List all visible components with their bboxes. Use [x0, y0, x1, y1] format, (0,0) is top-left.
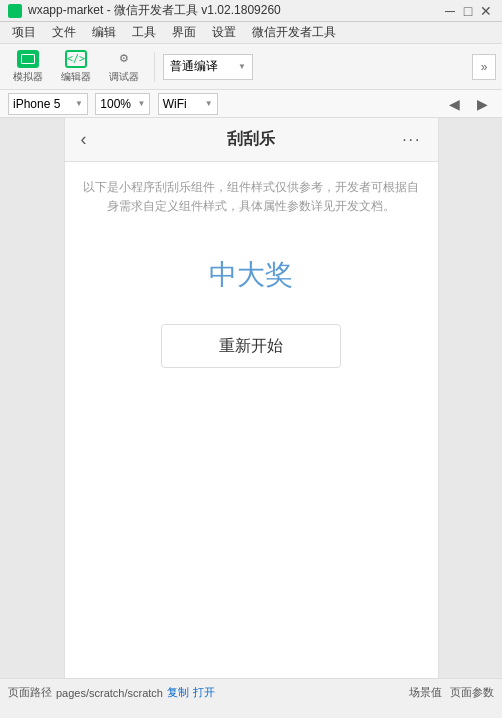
more-button[interactable]: » — [472, 54, 496, 80]
phone-area: ‹ 刮刮乐 ··· 以下是小程序刮刮乐组件，组件样式仅供参考，开发者可根据自身需… — [64, 118, 439, 678]
menu-item-settings[interactable]: 设置 — [204, 22, 244, 44]
compiler-chevron-icon: ▼ — [238, 62, 246, 71]
network-label: WiFi — [163, 97, 187, 111]
path-value: pages/scratch/scratch — [56, 687, 163, 699]
more-icon: » — [481, 60, 488, 74]
status-bar: 页面路径 pages/scratch/scratch 复制 打开 场景值 页面参… — [0, 678, 502, 706]
main-content: ‹ 刮刮乐 ··· 以下是小程序刮刮乐组件，组件样式仅供参考，开发者可根据自身需… — [0, 118, 502, 678]
status-right: 场景值 页面参数 — [409, 685, 494, 700]
device-chevron-icon: ▼ — [75, 99, 83, 108]
status-left: 页面路径 pages/scratch/scratch 复制 打开 — [8, 685, 215, 700]
menu-item-project[interactable]: 项目 — [4, 22, 44, 44]
zoom-label: 100% — [100, 97, 131, 111]
simulator-label: 模拟器 — [13, 70, 43, 84]
wx-icon — [8, 4, 22, 18]
maximize-button[interactable]: □ — [460, 3, 476, 19]
menu-item-wechat-devtools[interactable]: 微信开发者工具 — [244, 22, 344, 44]
close-button[interactable]: ✕ — [478, 3, 494, 19]
menu-item-edit[interactable]: 编辑 — [84, 22, 124, 44]
minimize-button[interactable]: ─ — [442, 3, 458, 19]
prev-page-button[interactable]: ◀ — [442, 93, 466, 115]
restart-button[interactable]: 重新开始 — [161, 324, 341, 368]
debugger-icon: ⚙ — [113, 50, 135, 68]
network-chevron-icon: ▼ — [205, 99, 213, 108]
device-label: iPhone 5 — [13, 97, 60, 111]
back-button[interactable]: ‹ — [81, 129, 87, 150]
editor-button[interactable]: </> 编辑器 — [54, 47, 98, 87]
prize-text: 中大奖 — [209, 256, 293, 294]
next-icon: ▶ — [477, 96, 488, 112]
device-bar-icons: ◀ ▶ — [442, 93, 494, 115]
title-bar-left: wxapp-market - 微信开发者工具 v1.02.1809260 — [8, 2, 281, 19]
network-select[interactable]: WiFi ▼ — [158, 93, 218, 115]
device-select[interactable]: iPhone 5 ▼ — [8, 93, 88, 115]
menu-item-interface[interactable]: 界面 — [164, 22, 204, 44]
page-title: 刮刮乐 — [227, 129, 275, 150]
path-label: 页面路径 — [8, 685, 52, 700]
device-bar: iPhone 5 ▼ 100% ▼ WiFi ▼ ◀ ▶ — [0, 90, 502, 118]
params-label: 页面参数 — [450, 685, 494, 700]
open-link[interactable]: 打开 — [193, 685, 215, 700]
copy-link[interactable]: 复制 — [167, 685, 189, 700]
compiler-dropdown[interactable]: 普通编译 ▼ — [163, 54, 253, 80]
debugger-label: 调试器 — [109, 70, 139, 84]
menu-item-tools[interactable]: 工具 — [124, 22, 164, 44]
menu-item-file[interactable]: 文件 — [44, 22, 84, 44]
next-page-button[interactable]: ▶ — [470, 93, 494, 115]
editor-icon: </> — [65, 50, 87, 68]
debugger-button[interactable]: ⚙ 调试器 — [102, 47, 146, 87]
compiler-label: 普通编译 — [170, 58, 218, 75]
zoom-chevron-icon: ▼ — [137, 99, 145, 108]
editor-label: 编辑器 — [61, 70, 91, 84]
debugger-icon-box: ⚙ — [113, 50, 135, 68]
simulator-icon — [17, 50, 39, 68]
toolbar: 模拟器 </> 编辑器 ⚙ 调试器 普通编译 ▼ » — [0, 44, 502, 90]
scene-label: 场景值 — [409, 685, 442, 700]
menu-bar: 项目 文件 编辑 工具 界面 设置 微信开发者工具 — [0, 22, 502, 44]
zoom-select[interactable]: 100% ▼ — [95, 93, 150, 115]
simulator-icon-inner — [21, 54, 35, 64]
editor-icon-box: </> — [65, 50, 87, 68]
phone-content: 以下是小程序刮刮乐组件，组件样式仅供参考，开发者可根据自身需求自定义组件样式，具… — [65, 162, 438, 678]
phone-nav-bar: ‹ 刮刮乐 ··· — [65, 118, 438, 162]
simulator-button[interactable]: 模拟器 — [6, 47, 50, 87]
title-bar: wxapp-market - 微信开发者工具 v1.02.1809260 ─ □… — [0, 0, 502, 22]
title-bar-controls: ─ □ ✕ — [442, 3, 494, 19]
title-bar-title: wxapp-market - 微信开发者工具 v1.02.1809260 — [28, 2, 281, 19]
prev-icon: ◀ — [449, 96, 460, 112]
scratch-description: 以下是小程序刮刮乐组件，组件样式仅供参考，开发者可根据自身需求自定义组件样式，具… — [81, 178, 422, 216]
toolbar-separator — [154, 52, 155, 82]
phone-more-button[interactable]: ··· — [402, 131, 421, 149]
